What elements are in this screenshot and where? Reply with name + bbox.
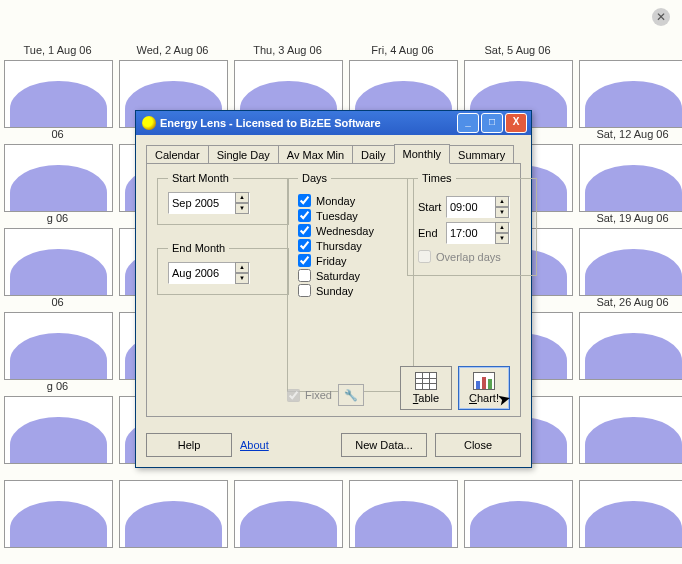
- day-label: [4, 464, 111, 480]
- day-monday[interactable]: Monday: [298, 194, 403, 207]
- end-time-input[interactable]: [447, 225, 495, 241]
- day-mini-chart: [4, 228, 113, 296]
- day-saturday-checkbox[interactable]: [298, 269, 311, 282]
- minimize-button[interactable]: _: [457, 113, 479, 133]
- day-thursday-label: Thursday: [316, 240, 362, 252]
- tab-daily[interactable]: Daily: [352, 145, 394, 164]
- day-thursday-checkbox[interactable]: [298, 239, 311, 252]
- day-mini-chart: [4, 60, 113, 128]
- day-sunday[interactable]: Sunday: [298, 284, 403, 297]
- start-month-spinner[interactable]: ▲ ▼: [168, 192, 250, 214]
- tab-monthly[interactable]: Monthly: [394, 144, 451, 164]
- day-cell: Tue, 1 Aug 06: [0, 44, 115, 128]
- about-link[interactable]: About: [240, 439, 269, 451]
- fixed-tool-button[interactable]: 🔧: [338, 384, 364, 406]
- day-label: Sat, 5 Aug 06: [464, 44, 571, 60]
- day-wednesday[interactable]: Wednesday: [298, 224, 403, 237]
- day-cell: g 06: [0, 380, 115, 464]
- app-icon: [142, 116, 156, 130]
- day-label: [579, 464, 682, 480]
- day-label: Fri, 4 Aug 06: [349, 44, 456, 60]
- day-cell: [575, 464, 682, 548]
- day-mini-chart: [4, 396, 113, 464]
- maximize-button[interactable]: □: [481, 113, 503, 133]
- times-group: Times Start ▲ ▼ End ▲ ▼: [407, 172, 537, 276]
- day-cell: 06: [0, 128, 115, 212]
- chart-button[interactable]: Chart!: [458, 366, 510, 410]
- end-month-input[interactable]: [169, 265, 235, 281]
- end-month-up-icon[interactable]: ▲: [235, 262, 249, 273]
- day-friday[interactable]: Friday: [298, 254, 403, 267]
- wrench-icon: 🔧: [344, 389, 358, 402]
- day-mini-chart: [4, 312, 113, 380]
- end-time-up-icon[interactable]: ▲: [495, 222, 509, 233]
- day-cell: [575, 380, 682, 464]
- day-mini-chart: [4, 144, 113, 212]
- day-sunday-label: Sunday: [316, 285, 353, 297]
- end-time-spinner[interactable]: ▲ ▼: [446, 222, 510, 244]
- day-saturday-label: Saturday: [316, 270, 360, 282]
- day-wednesday-label: Wednesday: [316, 225, 374, 237]
- day-mini-chart: [349, 480, 458, 548]
- day-friday-checkbox[interactable]: [298, 254, 311, 267]
- help-button[interactable]: Help: [146, 433, 232, 457]
- end-month-legend: End Month: [168, 242, 229, 254]
- window-title: Energy Lens - Licensed to BizEE Software: [160, 117, 455, 129]
- day-cell: Sat, 19 Aug 06: [575, 212, 682, 296]
- corner-close-icon[interactable]: ✕: [652, 8, 670, 26]
- day-thursday[interactable]: Thursday: [298, 239, 403, 252]
- start-time-down-icon[interactable]: ▼: [495, 207, 509, 218]
- day-cell: Sat, 12 Aug 06: [575, 128, 682, 212]
- close-dialog-button[interactable]: Close: [435, 433, 521, 457]
- day-saturday[interactable]: Saturday: [298, 269, 403, 282]
- end-time-down-icon[interactable]: ▼: [495, 233, 509, 244]
- day-cell: [115, 464, 230, 548]
- day-label: Sat, 12 Aug 06: [579, 128, 682, 144]
- start-time-input[interactable]: [447, 199, 495, 215]
- day-wednesday-checkbox[interactable]: [298, 224, 311, 237]
- day-mini-chart: [4, 480, 113, 548]
- day-sunday-checkbox[interactable]: [298, 284, 311, 297]
- day-label: [579, 44, 682, 60]
- day-label: g 06: [4, 380, 111, 396]
- start-time-up-icon[interactable]: ▲: [495, 196, 509, 207]
- bottom-button-bar: Help About New Data... Close: [136, 427, 531, 467]
- day-monday-checkbox[interactable]: [298, 194, 311, 207]
- day-label: Sat, 26 Aug 06: [579, 296, 682, 312]
- day-monday-label: Monday: [316, 195, 355, 207]
- day-mini-chart: [579, 228, 682, 296]
- day-mini-chart: [464, 480, 573, 548]
- end-month-spinner[interactable]: ▲ ▼: [168, 262, 250, 284]
- end-month-group: End Month ▲ ▼: [157, 242, 289, 295]
- end-time-label: End: [418, 227, 446, 239]
- tab-calendar[interactable]: Calendar: [146, 145, 209, 164]
- day-mini-chart: [579, 312, 682, 380]
- start-month-down-icon[interactable]: ▼: [235, 203, 249, 214]
- day-mini-chart: [579, 144, 682, 212]
- day-tuesday-checkbox[interactable]: [298, 209, 311, 222]
- tab-summary[interactable]: Summary: [449, 145, 514, 164]
- day-cell: g 06: [0, 212, 115, 296]
- overlap-days-checkbox: [418, 250, 431, 263]
- start-month-legend: Start Month: [168, 172, 233, 184]
- start-month-input[interactable]: [169, 195, 235, 211]
- chart-icon: [473, 372, 495, 390]
- day-cell: [345, 464, 460, 548]
- start-month-up-icon[interactable]: ▲: [235, 192, 249, 203]
- day-label: Sat, 19 Aug 06: [579, 212, 682, 228]
- new-data-button[interactable]: New Data...: [341, 433, 427, 457]
- end-month-down-icon[interactable]: ▼: [235, 273, 249, 284]
- day-label: Thu, 3 Aug 06: [234, 44, 341, 60]
- day-tuesday[interactable]: Tuesday: [298, 209, 403, 222]
- fixed-row: Fixed 🔧: [287, 384, 364, 406]
- close-button[interactable]: X: [505, 113, 527, 133]
- table-button[interactable]: Table: [400, 366, 452, 410]
- start-month-group: Start Month ▲ ▼: [157, 172, 289, 225]
- day-cell: Sat, 26 Aug 06: [575, 296, 682, 380]
- tab-av-max-min[interactable]: Av Max Min: [278, 145, 353, 164]
- start-time-spinner[interactable]: ▲ ▼: [446, 196, 510, 218]
- overlap-days-label: Overlap days: [436, 251, 501, 263]
- tab-single-day[interactable]: Single Day: [208, 145, 279, 164]
- day-cell: [575, 44, 682, 128]
- monthly-tab-body: Start Month ▲ ▼ End Month ▲ ▼ Days Mon: [146, 163, 521, 417]
